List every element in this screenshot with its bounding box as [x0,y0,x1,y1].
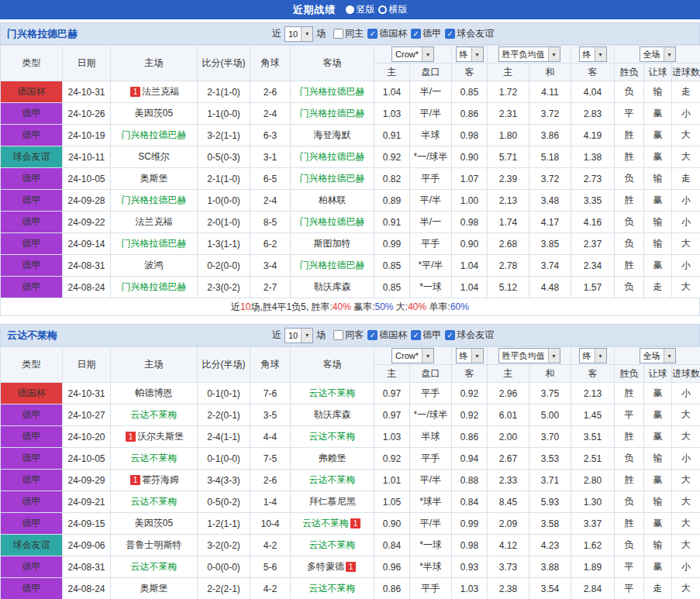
layout-radio-label[interactable]: 竖版 [357,3,375,16]
date-cell: 24-08-24 [63,578,111,599]
odds-average-select[interactable]: 胜平负均值▼ [498,46,560,62]
recent-count-select[interactable]: 10 ▼ [284,26,313,42]
team-link[interactable]: 云达不莱梅 [131,496,178,507]
filter-checkbox[interactable]: ✓球会友谊 [445,329,494,342]
final-odds-select-1[interactable]: 终▼ [456,46,484,62]
team-link[interactable]: 勒沃库森 [314,281,351,292]
filter-checkbox[interactable]: 同客 [333,329,364,342]
league-badge: 德甲 [1,233,63,255]
header-select-cell: 胜平负均值▼ [488,347,571,365]
team-link[interactable]: 美因茨05 [135,108,173,119]
team-link[interactable]: 拜仁慕尼黑 [309,496,356,507]
team-link[interactable]: 云达不莱梅 [309,431,356,442]
avg-home-cell: 2.00 [488,426,529,448]
team-link[interactable]: 云达不莱梅 [131,561,178,572]
handicap-cell: *球半 [410,491,452,513]
team-link[interactable]: 云达不莱梅 [302,518,349,528]
team-link[interactable]: 门兴格拉德巴赫 [122,195,187,205]
checkbox-icon[interactable]: ✓ [411,330,421,340]
layout-radio-label[interactable]: 横版 [389,3,408,16]
radio-icon[interactable] [346,5,354,14]
team-link[interactable]: 门兴格拉德巴赫 [122,129,187,140]
score-cell: 1-1(0-0) [198,103,250,125]
match-row: 德甲24-10-19门兴格拉德巴赫3-2(1-1)6-3海登海默0.91半球0.… [1,125,700,146]
team-link[interactable]: 法兰克福 [142,86,179,97]
team-link[interactable]: 霍芬海姆 [142,474,179,485]
date-cell: 24-08-24 [63,277,111,298]
team-link[interactable]: 门兴格拉德巴赫 [300,151,365,162]
corner-cell: 2-7 [250,277,291,298]
team-link[interactable]: 法兰克福 [136,216,173,227]
home-team-cell: 奥斯堡 [111,168,198,190]
team-link[interactable]: 云达不莱梅 [131,409,178,420]
filter-checkbox[interactable]: ✓德甲 [411,27,441,40]
checkbox-icon[interactable]: ✓ [445,29,455,39]
bookmaker-select[interactable]: Crow*▼ [391,46,434,62]
team-link[interactable]: 门兴格拉德巴赫 [122,281,187,292]
final-odds-select-2[interactable]: 终▼ [579,46,607,62]
checkbox-icon[interactable]: ✓ [367,330,378,340]
filter-checkbox[interactable]: ✓球会友谊 [445,27,494,40]
handicap-cell: *一/球半 [410,146,452,168]
filter-checkboxes: 同客✓德国杯✓德甲✓球会友谊 [333,329,498,342]
period-select[interactable]: 全场▼ [640,348,676,363]
checkbox-icon[interactable]: ✓ [411,29,421,39]
final-odds-select-2[interactable]: 终▼ [579,348,607,363]
avg-away-cell: 3.37 [571,513,615,535]
team-link[interactable]: 门兴格拉德巴赫 [300,173,365,184]
team-link[interactable]: 奥斯堡 [140,173,168,184]
home-team-cell: 1霍芬海姆 [111,470,198,491]
goals-result-cell: 大 [672,578,700,599]
team-link[interactable]: 帕德博恩 [136,387,173,398]
team-link[interactable]: 多特蒙德 [307,561,344,572]
odds-away-cell: 0.98 [452,535,488,556]
checkbox-icon[interactable]: ✓ [367,29,378,39]
handicap-cell: 平手 [410,233,452,255]
team-link[interactable]: SC维尔 [138,151,170,162]
handicap-result-cell: 输 [644,168,672,190]
checkbox-icon[interactable] [333,330,343,340]
team-link[interactable]: 柏林联 [319,195,347,205]
team-link[interactable]: 波鸿 [145,260,164,270]
team-link[interactable]: 海登海默 [314,129,351,140]
bookmaker-select[interactable]: Crow*▼ [391,348,434,363]
team-link[interactable]: 美因茨05 [135,518,173,528]
checkbox-icon[interactable]: ✓ [445,330,455,340]
team-link[interactable]: 奥斯堡 [140,583,168,594]
team-link[interactable]: 云达不莱梅 [309,539,356,550]
radio-icon[interactable] [378,5,387,14]
filter-checkbox[interactable]: ✓德甲 [411,329,441,342]
team-link[interactable]: 勒沃库森 [314,409,351,420]
final-odds-select-1[interactable]: 终▼ [456,348,484,363]
handicap-result-cell: 输 [644,212,672,233]
team-link[interactable]: 普鲁士明斯特 [126,539,182,550]
odds-average-select[interactable]: 胜平负均值▼ [498,348,560,363]
team-link[interactable]: 云达不莱梅 [131,453,178,463]
team-link[interactable]: 门兴格拉德巴赫 [300,86,365,97]
filter-checkbox[interactable]: ✓德国杯 [367,329,407,342]
team-link[interactable]: 门兴格拉德巴赫 [300,260,365,270]
recent-count-select[interactable]: 10 ▼ [284,328,313,343]
chevron-down-icon: ▼ [471,349,483,363]
team-link[interactable]: 沃尔夫斯堡 [137,431,184,442]
score-cell: 0-5(0-3) [198,146,250,168]
corner-cell: 3-4 [250,255,291,277]
checkbox-icon[interactable] [333,29,343,39]
team-link[interactable]: 云达不莱梅 [309,474,356,485]
team-link[interactable]: 门兴格拉德巴赫 [122,238,187,249]
team-link[interactable]: 门兴格拉德巴赫 [300,108,365,119]
result-cell: 胜 [615,125,644,146]
team-link[interactable]: 云达不莱梅 [309,387,356,398]
period-select[interactable]: 全场▼ [640,46,676,62]
layout-radio-option[interactable]: 竖版 [346,3,375,16]
team-link[interactable]: 斯图加特 [314,238,351,249]
filter-checkbox[interactable]: 同主 [333,27,364,40]
team-link[interactable]: 门兴格拉德巴赫 [300,216,365,227]
match-row: 德甲24-10-05奥斯堡2-1(1-0)6-5门兴格拉德巴赫0.82平手1.0… [1,168,700,190]
layout-radio-option[interactable]: 横版 [378,3,408,16]
home-team-cell: 云达不莱梅 [111,491,198,513]
team-link[interactable]: 弗赖堡 [319,453,347,463]
filter-checkbox[interactable]: ✓德国杯 [367,27,407,40]
team-link[interactable]: 云达不莱梅 [309,583,356,594]
date-cell: 24-09-21 [63,491,111,513]
